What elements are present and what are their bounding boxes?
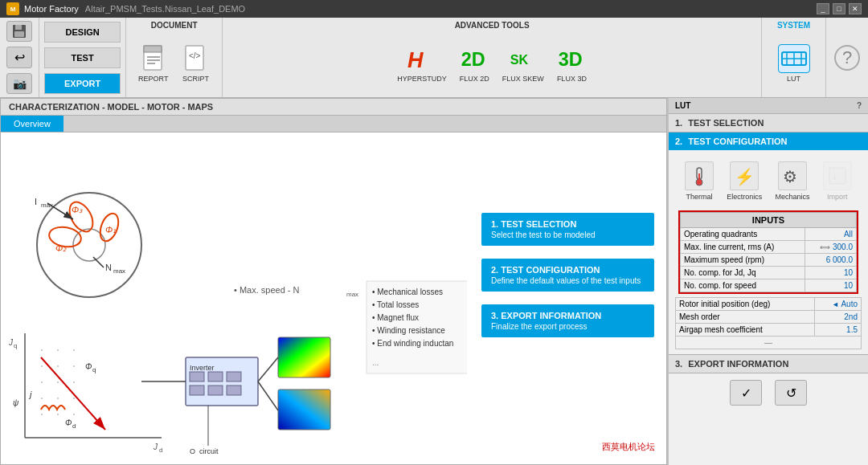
flux3d-label: FLUX 3D	[557, 75, 587, 83]
svg-rect-69	[208, 385, 223, 395]
input-value[interactable]: 10	[805, 267, 857, 279]
system-section: SYSTEM LUT	[762, 18, 826, 97]
toolbar-left: ↩ 📷	[0, 18, 39, 97]
electronics-icon: ⚡	[730, 161, 759, 190]
step2-title: 2. TEST CONFIGURATION	[491, 265, 645, 275]
document-section-title: DOCUMENT	[151, 21, 198, 30]
title-bar: M Motor Factory Altair_PMSM_Tests.Nissan…	[0, 0, 868, 18]
import-config[interactable]: ↓ Import	[823, 161, 852, 201]
toolbar: ↩ 📷 DESIGN TEST EXPORT DOCUMENT REPORT <…	[0, 18, 868, 98]
confirm-button[interactable]: ✓	[730, 380, 762, 406]
flux3d-icon: 3D	[557, 44, 586, 73]
help-button[interactable]: ?	[834, 45, 860, 71]
report-button[interactable]: REPORT	[135, 41, 171, 86]
document-items: REPORT </> SCRIPT	[135, 33, 213, 94]
step2-box: 2. TEST CONFIGURATION Define the default…	[481, 259, 654, 292]
svg-rect-43	[41, 365, 43, 367]
advanced-section-title: ADVANCED TOOLS	[455, 21, 530, 30]
panel-title: LUT	[675, 101, 690, 110]
step2-desc: Define the default values of the test in…	[491, 276, 645, 285]
input-value[interactable]: ◄ Auto	[815, 298, 862, 311]
input-label: No. comp. for speed	[681, 279, 805, 292]
test-selection-header[interactable]: 1. TEST SELECTION	[669, 114, 868, 132]
svg-rect-41	[57, 349, 59, 351]
maximize-button[interactable]: □	[833, 3, 845, 14]
input-value[interactable]: 1.5	[815, 324, 862, 337]
minimize-button[interactable]: _	[817, 3, 829, 14]
step1-box: 1. TEST SELECTION Select the test to be …	[481, 213, 654, 246]
flux3d-button[interactable]: 3D FLUX 3D	[554, 41, 590, 86]
fluxskew-button[interactable]: SK FLUX SKEW	[499, 41, 547, 86]
svg-rect-70	[227, 385, 241, 395]
svg-text:↓: ↓	[832, 171, 837, 182]
script-button[interactable]: </> SCRIPT	[178, 41, 213, 86]
svg-text:⚙: ⚙	[783, 168, 797, 186]
section1-label: TEST SELECTION	[688, 118, 764, 128]
table-row: —	[676, 337, 862, 349]
script-label: SCRIPT	[182, 75, 209, 83]
svg-text:• Winding resistance: • Winding resistance	[372, 326, 445, 335]
flux2d-button[interactable]: 2D FLUX 2D	[457, 41, 493, 86]
svg-text:ψ: ψ	[13, 398, 19, 407]
panel-help[interactable]: ?	[857, 101, 862, 110]
svg-rect-66	[208, 372, 223, 381]
test-config-header[interactable]: 2. TEST CONFIGURATION	[669, 133, 868, 150]
svg-rect-2	[14, 31, 24, 37]
input-value[interactable]: All	[805, 228, 857, 241]
svg-text:Φ₂: Φ₂	[55, 243, 67, 253]
export-button[interactable]: EXPORT	[44, 73, 121, 94]
section2-number: 2.	[675, 137, 682, 146]
content-body: Φ₃ Φ₂ Φ₁ I max N max	[1, 133, 666, 461]
svg-rect-72	[278, 390, 330, 430]
content-area: CHARACTERIZATION - MODEL - MOTOR - MAPS …	[0, 98, 667, 465]
svg-text:2D: 2D	[461, 49, 485, 70]
input-label: Operating quadrants	[681, 228, 805, 241]
svg-text:Inverter: Inverter	[190, 364, 215, 372]
svg-rect-65	[190, 372, 204, 381]
input-value[interactable]: 6 000.0	[805, 254, 857, 267]
input-value[interactable]: 10	[805, 279, 857, 292]
svg-rect-67	[227, 372, 241, 381]
config-icons: Thermal ⚡ Electronics ⚙ Mechanics	[675, 155, 862, 207]
svg-text:⚡: ⚡	[735, 167, 755, 186]
input-label: Rotor initial position (deg)	[676, 298, 815, 311]
thermal-config[interactable]: Thermal	[685, 161, 714, 201]
export-info-header[interactable]: 3. EXPORT INFORMATION	[669, 355, 868, 373]
table-row: Maximum speed (rpm) 6 000.0	[681, 254, 857, 267]
undo-button[interactable]: ↩	[6, 47, 32, 67]
svg-text:• Mechanical losses: • Mechanical losses	[372, 288, 443, 296]
test-button[interactable]: TEST	[44, 47, 121, 68]
svg-text:q: q	[92, 366, 96, 373]
input-value[interactable]: 2nd	[815, 311, 862, 324]
system-section-title: SYSTEM	[777, 21, 810, 30]
reset-button[interactable]: ↺	[775, 380, 807, 406]
svg-line-75	[258, 381, 278, 410]
camera-button[interactable]: 📷	[6, 73, 32, 94]
design-button[interactable]: DESIGN	[44, 22, 121, 43]
mechanics-config[interactable]: ⚙ Mechanics	[776, 161, 810, 201]
svg-text:max: max	[113, 267, 125, 275]
save-button[interactable]	[6, 21, 32, 42]
tab-overview[interactable]: Overview	[1, 116, 63, 132]
svg-text:</>: </>	[189, 51, 201, 60]
spinner-icon: ⟺	[820, 243, 833, 251]
input-value[interactable]: ⟺ 300.0	[805, 241, 857, 254]
file-name: Altair_PMSM_Tests.Nissan_Leaf_DEMO	[85, 4, 245, 14]
lut-button[interactable]: LUT	[775, 41, 813, 86]
arrow-icon: ◄	[832, 300, 841, 308]
hyperstudy-button[interactable]: H HYPERSTUDY	[394, 41, 450, 86]
electronics-config[interactable]: ⚡ Electronics	[727, 161, 762, 201]
export-info-section: 3. EXPORT INFORMATION	[669, 355, 868, 373]
svg-rect-53	[57, 414, 59, 415]
close-button[interactable]: ✕	[849, 3, 862, 14]
import-label: Import	[827, 193, 848, 201]
section2-label: TEST CONFIGURATION	[688, 137, 787, 146]
svg-text:• Magnet flux: • Magnet flux	[372, 313, 419, 322]
watermark: 西莫电机论坛	[597, 439, 660, 455]
input-label: Mesh order	[676, 311, 815, 324]
svg-text:Φ: Φ	[65, 418, 72, 427]
inputs-table: INPUTS Operating quadrants All Max. line…	[680, 212, 857, 292]
svg-rect-51	[73, 398, 75, 399]
electronics-label: Electronics	[727, 193, 762, 201]
svg-rect-91	[698, 173, 700, 182]
